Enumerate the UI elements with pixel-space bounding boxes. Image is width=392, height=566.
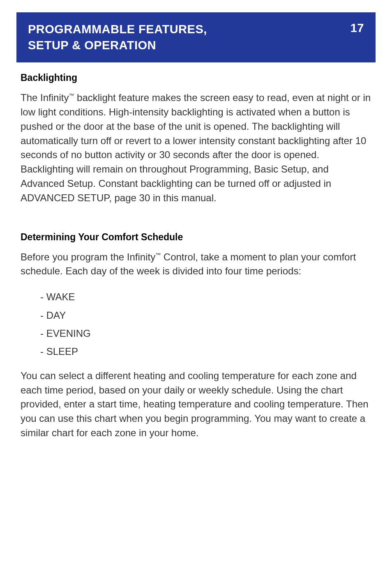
trademark-symbol: ™ <box>69 92 74 99</box>
section-gap <box>21 219 371 232</box>
page-number: 17 <box>350 21 364 35</box>
schedule-outro: You can select a different heating and c… <box>21 369 371 440</box>
schedule-intro: Before you program the Infinity™ Control… <box>21 250 371 279</box>
list-item: - DAY <box>40 308 371 323</box>
backlighting-para-pre: The Infinity <box>21 92 69 103</box>
list-item: - EVENING <box>40 326 371 341</box>
schedule-intro-pre: Before you program the Infinity <box>21 251 155 262</box>
header-title-line1: PROGRAMMABLE FEATURES, <box>28 23 207 36</box>
header-title: PROGRAMMABLE FEATURES, SETUP & OPERATION <box>28 21 207 53</box>
section-heading-schedule: Determining Your Comfort Schedule <box>21 232 371 243</box>
list-item: - WAKE <box>40 289 371 305</box>
header-banner: PROGRAMMABLE FEATURES, SETUP & OPERATION… <box>16 12 376 62</box>
trademark-symbol: ™ <box>155 252 161 258</box>
section-heading-backlighting: Backlighting <box>21 72 371 83</box>
backlighting-para-post: backlight feature makes the screen easy … <box>21 92 371 203</box>
content: Backlighting The Infinity™ backlight fea… <box>16 62 376 440</box>
schedule-periods-list: - WAKE - DAY - EVENING - SLEEP <box>40 289 371 360</box>
page: PROGRAMMABLE FEATURES, SETUP & OPERATION… <box>0 0 392 467</box>
list-item: - SLEEP <box>40 344 371 359</box>
header-title-line2: SETUP & OPERATION <box>28 39 156 52</box>
backlighting-paragraph: The Infinity™ backlight feature makes th… <box>21 91 371 205</box>
